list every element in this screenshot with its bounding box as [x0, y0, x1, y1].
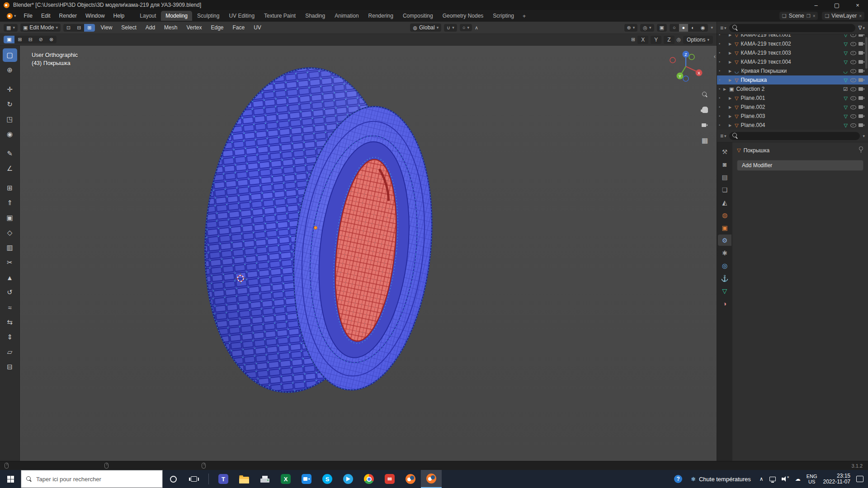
scene-selector[interactable]: ❏ Scene ❐ ×	[779, 12, 818, 20]
camera-view-icon[interactable]	[700, 121, 709, 130]
taskbar-search[interactable]	[21, 470, 163, 488]
tool-inset-faces[interactable]: ▣	[3, 211, 17, 225]
show-gizmo-button[interactable]: ⊕▾	[624, 24, 638, 32]
unlink-scene-icon[interactable]: ×	[813, 14, 816, 19]
edge-select-button[interactable]: ⊟	[74, 24, 84, 32]
outliner-row[interactable]: • ▶ ▽ КАМА-219 текст.004 ▽	[717, 57, 868, 66]
expand-icon[interactable]: ▶	[729, 123, 732, 127]
disable-in-renders-icon[interactable]	[859, 34, 865, 38]
select-invert-button[interactable]: ⊘	[36, 36, 46, 43]
maximize-button[interactable]: ▢	[826, 0, 847, 10]
tab-object-data[interactable]: ▽	[718, 285, 731, 296]
minimize-button[interactable]: –	[806, 0, 826, 10]
select-set-button[interactable]: ▣	[4, 36, 14, 43]
tire-model[interactable]	[189, 59, 448, 406]
taskbar-app-camera[interactable]	[296, 470, 317, 488]
outliner-row-selected[interactable]: • ▶ ▽ Покрышка ▽	[717, 75, 868, 84]
editor-type-button[interactable]: ▦▾	[4, 24, 18, 32]
expand-icon[interactable]: ▶	[729, 34, 732, 37]
tool-bevel[interactable]: ◇	[3, 226, 17, 239]
expand-icon[interactable]: ▶	[729, 114, 732, 118]
tool-shrink-fatten[interactable]: ⇕	[3, 330, 17, 344]
menu-uv[interactable]: UV	[250, 23, 264, 32]
action-center-icon[interactable]	[856, 476, 863, 482]
snap-dropdown[interactable]: ∪▾	[444, 24, 457, 32]
vertex-select-button[interactable]: ⊡	[63, 24, 74, 32]
taskbar-app-mail[interactable]: ✉	[379, 470, 400, 488]
select-intersect-button[interactable]: ⊗	[46, 36, 57, 43]
pan-hand-icon[interactable]	[700, 105, 709, 114]
mirror-z-toggle[interactable]: Z	[664, 36, 674, 44]
proportional-editing-button[interactable]: ○▾	[460, 24, 472, 31]
menu-face[interactable]: Face	[229, 23, 248, 32]
viewlayer-selector[interactable]: ❏ ViewLayer ×	[822, 12, 864, 20]
tool-poly-build[interactable]: ▲	[3, 271, 17, 284]
face-select-button[interactable]: ⊞	[84, 24, 94, 32]
tool-move[interactable]: ✛	[3, 83, 17, 96]
tab-particles[interactable]: ✱	[718, 247, 731, 258]
disable-in-renders-icon[interactable]	[859, 68, 865, 74]
show-overlays-button[interactable]: ◎▾	[640, 24, 654, 32]
task-view-button[interactable]	[184, 470, 204, 488]
zoom-icon[interactable]	[700, 90, 709, 99]
tool-edge-slide[interactable]: ⇆	[3, 315, 17, 329]
orthographic-grid-icon[interactable]: ▦	[700, 136, 709, 145]
workspace-tab-animation[interactable]: Animation	[330, 11, 363, 21]
outliner-scrollbar[interactable]	[865, 37, 868, 69]
disable-in-renders-icon[interactable]	[859, 104, 865, 110]
outliner-search-input[interactable]	[741, 25, 853, 31]
tab-output[interactable]: ▤	[718, 171, 731, 183]
falloff-icon[interactable]: ∧	[475, 25, 478, 31]
menu-edge[interactable]: Edge	[208, 23, 226, 32]
tool-add-cube[interactable]: ⊞	[3, 181, 17, 195]
taskbar-app-explorer[interactable]	[234, 470, 255, 488]
menu-window[interactable]: Window	[81, 11, 109, 20]
disable-in-renders-icon[interactable]	[859, 59, 865, 65]
workspace-tab-sculpting[interactable]: Sculpting	[193, 11, 224, 21]
outliner-search[interactable]	[729, 24, 856, 32]
new-scene-icon[interactable]: ❐	[807, 14, 811, 19]
taskbar-app-teams[interactable]: T	[213, 470, 234, 488]
outliner-row[interactable]: • ▶ ▽ КАМА-219 текст.003 ▽	[717, 48, 868, 57]
menu-mesh[interactable]: Mesh	[161, 23, 180, 32]
workspace-tab-rendering[interactable]: Rendering	[364, 11, 398, 21]
outliner-display-mode-button[interactable]: ≡▾	[720, 25, 726, 31]
sidebar-collapse-icon[interactable]: ‹	[714, 53, 716, 60]
menu-file[interactable]: File	[20, 11, 37, 20]
properties-editor-type-button[interactable]: ≡▾	[720, 133, 726, 139]
add-workspace-button[interactable]: +	[519, 12, 529, 21]
tool-cursor[interactable]: ⊕	[3, 63, 17, 77]
tool-measure[interactable]: ∠	[3, 162, 17, 175]
outliner-row[interactable]: • ▶ ▽ КАМА-219 текст.001 ▽	[717, 34, 868, 39]
menu-help[interactable]: Help	[109, 11, 129, 20]
mirror-x-toggle[interactable]: X	[637, 36, 648, 44]
workspace-tab-shading[interactable]: Shading	[301, 11, 330, 21]
pin-icon[interactable]	[858, 146, 863, 153]
tool-scale[interactable]: ◳	[3, 113, 17, 126]
network-icon[interactable]	[769, 477, 776, 481]
breadcrumb-object-name[interactable]: Покрышка	[743, 147, 769, 154]
taskbar-app-blender[interactable]	[400, 470, 421, 488]
disable-in-renders-icon[interactable]	[859, 50, 865, 56]
workspace-tab-layout[interactable]: Layout	[135, 11, 160, 21]
volume-muted-icon[interactable]: ×	[782, 476, 789, 482]
gizmo-neg-x-axis[interactable]	[670, 57, 675, 63]
hide-in-viewport-icon[interactable]	[850, 122, 856, 128]
hide-in-viewport-icon[interactable]	[850, 86, 856, 92]
disable-in-renders-icon[interactable]	[859, 95, 865, 101]
hide-in-viewport-icon[interactable]	[850, 113, 856, 119]
cortana-button[interactable]	[163, 470, 184, 488]
tool-transform[interactable]: ◉	[3, 127, 17, 141]
properties-search-input[interactable]	[741, 133, 857, 139]
taskbar-app-printer[interactable]	[255, 470, 275, 488]
tool-select-box[interactable]: ▢	[3, 48, 17, 62]
expand-icon[interactable]: ▶	[729, 51, 732, 55]
tool-loop-cut[interactable]: ▥	[3, 241, 17, 254]
tool-rip-region[interactable]: ⊟	[3, 360, 17, 374]
outliner-row[interactable]: • ▶ ◡ Кривая Покрышки ◡	[717, 66, 868, 75]
collection-checkbox[interactable]: ☑	[843, 86, 848, 92]
tab-modifiers[interactable]: ⚙	[718, 235, 731, 246]
workspace-tab-modeling[interactable]: Modeling	[161, 11, 192, 21]
expand-icon[interactable]: ▶	[729, 105, 732, 109]
tool-annotate[interactable]: ✎	[3, 147, 17, 160]
